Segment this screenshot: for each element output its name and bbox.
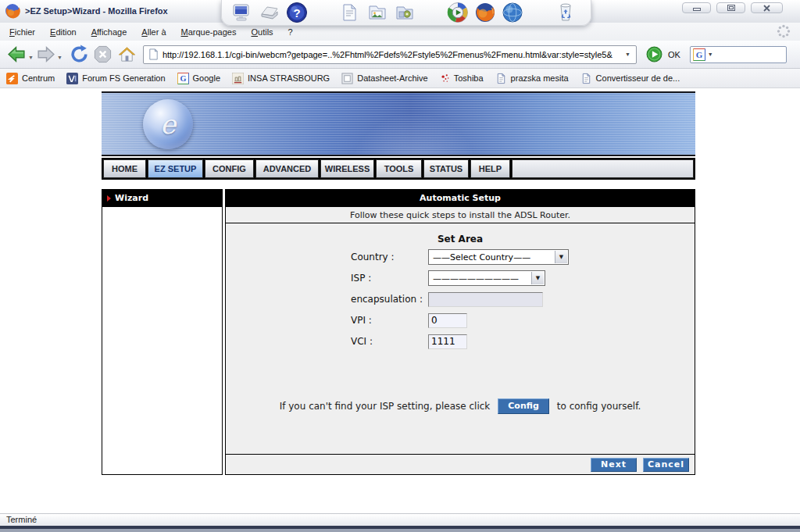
bookmark-insa[interactable]: INSA STRASBOURG xyxy=(232,73,330,84)
tab-status[interactable]: STATUS xyxy=(423,159,469,178)
reload-icon xyxy=(69,44,90,65)
insa-favicon xyxy=(232,73,244,84)
tab-wireless[interactable]: WIRELESS xyxy=(320,159,374,178)
forum-fs-favicon xyxy=(66,73,78,84)
tab-ez-setup[interactable]: EZ SETUP xyxy=(148,159,203,178)
system-folder-icon[interactable] xyxy=(394,2,416,23)
dock: ? xyxy=(221,0,591,26)
bookmark-convertisseur[interactable]: Convertisseur de de... xyxy=(580,73,680,84)
bookmark-label: Centrum xyxy=(22,73,55,83)
maximize-button[interactable] xyxy=(716,2,745,13)
red-arrow-icon xyxy=(107,195,111,202)
taskbar-edge xyxy=(0,526,800,532)
tab-tools[interactable]: TOOLS xyxy=(376,159,422,178)
back-icon xyxy=(6,44,27,65)
router-banner: e xyxy=(102,91,695,156)
bookmark-toshiba[interactable]: Toshiba xyxy=(440,73,484,84)
isp-label: ISP : xyxy=(351,273,428,284)
tab-advanced[interactable]: ADVANCED xyxy=(255,159,319,178)
menu-marque-pages[interactable]: Marque-pages xyxy=(181,27,237,37)
router-logo: e xyxy=(143,99,193,149)
setup-form: Set Area Country : ——Select Country—— ▼ … xyxy=(226,223,695,454)
activity-spinner-icon xyxy=(777,24,791,38)
google-search-icon[interactable]: G xyxy=(693,48,705,61)
back-history-caret[interactable]: ▼ xyxy=(28,55,34,60)
form-group-title: Set Area xyxy=(226,234,695,245)
tab-config[interactable]: CONFIG xyxy=(205,159,254,178)
document-tray-icon[interactable] xyxy=(259,2,280,23)
stop-icon xyxy=(93,45,112,64)
pictures-folder-icon[interactable] xyxy=(366,2,388,23)
url-dropdown-caret[interactable]: ▼ xyxy=(623,52,632,57)
navigation-toolbar: ▼ ▼ ▼ xyxy=(0,41,800,69)
vci-label: VCI : xyxy=(351,336,428,347)
home-icon xyxy=(117,45,137,64)
bookmark-centrum[interactable]: Centrum xyxy=(6,73,55,84)
instruction-text: Follow these quick steps to install the … xyxy=(226,207,695,223)
vpi-field[interactable] xyxy=(428,313,467,328)
menu-affichage[interactable]: Affichage xyxy=(91,27,127,37)
search-input[interactable] xyxy=(716,50,784,59)
sidebar-panel xyxy=(102,207,223,475)
close-button[interactable] xyxy=(751,2,783,13)
menu-edition[interactable]: Edition xyxy=(50,27,77,37)
hint-text-before: If you can't find your ISP setting, plea… xyxy=(280,401,491,412)
home-button[interactable] xyxy=(117,45,137,64)
minimize-icon xyxy=(692,5,702,12)
encapsulation-field xyxy=(428,292,543,307)
country-selected-value: ——Select Country—— xyxy=(433,252,530,262)
browser-viewport: e HOME EZ SETUP CONFIG ADVANCED WIRELESS… xyxy=(0,88,800,513)
bookmark-label: Convertisseur de de... xyxy=(596,73,680,83)
reload-button[interactable] xyxy=(69,44,90,65)
bookmark-prazska-mesita[interactable]: prazska mesita xyxy=(495,73,569,84)
my-computer-icon[interactable] xyxy=(231,2,253,23)
bookmark-forum-fs[interactable]: Forum FS Generation xyxy=(66,73,165,84)
next-button[interactable]: Next xyxy=(591,458,637,472)
window-title: >EZ Setup>Wizard - Mozilla Firefox xyxy=(25,6,168,16)
menu-fichier[interactable]: Fichier xyxy=(9,27,35,37)
svg-text:?: ? xyxy=(293,6,300,20)
status-text: Terminé xyxy=(6,515,37,524)
menu-outils[interactable]: Outils xyxy=(251,27,273,37)
forward-icon xyxy=(35,44,56,65)
search-engine-caret[interactable]: ▼ xyxy=(706,52,715,57)
stop-button xyxy=(93,45,112,64)
sidebar-item-wizard[interactable]: Wizard xyxy=(102,189,223,207)
url-bar[interactable]: ▼ xyxy=(143,45,637,64)
bookmark-label: INSA STRASBOURG xyxy=(248,73,330,83)
chevron-down-icon: ▼ xyxy=(531,272,544,284)
firefox-icon[interactable] xyxy=(474,2,496,23)
tab-help[interactable]: HELP xyxy=(470,159,510,178)
back-button[interactable]: ▼ xyxy=(6,44,35,65)
go-button[interactable]: OK xyxy=(646,46,680,62)
url-input[interactable] xyxy=(162,50,620,59)
spacer xyxy=(102,180,695,189)
datasheet-archive-favicon xyxy=(341,73,353,84)
bookmark-datasheet-archive[interactable]: Datasheet-Archive xyxy=(341,73,428,84)
bookmark-label: Toshiba xyxy=(454,73,484,83)
documents-folder-icon[interactable] xyxy=(339,2,361,23)
country-select[interactable]: ——Select Country—— ▼ xyxy=(428,249,569,265)
chevron-down-icon: ▼ xyxy=(555,251,567,263)
svg-text:G: G xyxy=(180,74,186,83)
isp-select[interactable]: —————————— ▼ xyxy=(428,270,545,286)
config-button[interactable]: Config xyxy=(498,398,549,414)
bookmark-label: Google xyxy=(193,73,220,83)
minimize-button[interactable] xyxy=(682,2,711,13)
toshiba-favicon xyxy=(440,73,450,84)
search-box[interactable]: G ▼ xyxy=(690,46,787,63)
help-icon[interactable]: ? xyxy=(286,2,308,23)
menu-aller-a[interactable]: Aller à xyxy=(141,27,166,37)
globe-icon[interactable] xyxy=(502,2,523,23)
media-player-icon[interactable] xyxy=(447,2,469,23)
menu-aide[interactable]: ? xyxy=(288,27,293,37)
tab-home[interactable]: HOME xyxy=(103,159,146,178)
sidebar-item-label: Wizard xyxy=(115,193,148,203)
svg-text:G: G xyxy=(696,50,703,59)
recycle-bin-icon[interactable] xyxy=(555,2,577,23)
hint-text-after: to config yourself. xyxy=(557,401,641,412)
centrum-favicon xyxy=(6,73,18,84)
bookmark-google[interactable]: G Google xyxy=(177,73,220,84)
vci-field[interactable] xyxy=(428,334,467,349)
cancel-button[interactable]: Cancel xyxy=(643,458,689,472)
